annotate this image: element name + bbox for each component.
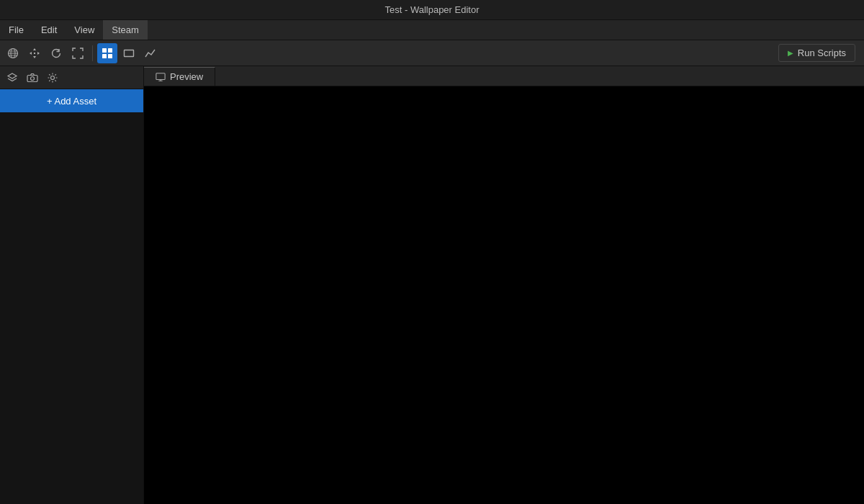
toolbar-separator-1 xyxy=(92,45,93,61)
asset-list xyxy=(0,112,143,504)
svg-point-14 xyxy=(51,76,55,79)
menu-steam[interactable]: Steam xyxy=(103,20,148,40)
rect-icon xyxy=(123,48,135,59)
window-title: Test - Wallpaper Editor xyxy=(384,4,479,15)
tabs-bar: Preview xyxy=(144,66,864,86)
svg-rect-12 xyxy=(27,75,37,81)
svg-rect-15 xyxy=(156,73,165,79)
camera-button[interactable] xyxy=(23,68,42,87)
svg-rect-7 xyxy=(108,48,112,53)
play-icon: ▶ xyxy=(788,49,793,57)
expand-button[interactable] xyxy=(68,43,88,63)
right-panel: Preview xyxy=(144,66,864,504)
svg-marker-11 xyxy=(8,73,17,78)
menu-bar: File Edit View Steam xyxy=(0,20,864,40)
svg-rect-6 xyxy=(102,48,107,53)
tab-preview[interactable]: Preview xyxy=(144,67,215,86)
layers-button[interactable] xyxy=(3,68,22,87)
svg-point-13 xyxy=(31,76,35,80)
title-bar: Test - Wallpaper Editor xyxy=(0,0,864,20)
chart-view-button[interactable] xyxy=(140,43,161,63)
camera-icon xyxy=(27,72,38,84)
chart-icon xyxy=(145,48,156,59)
main-toolbar: ▶ Run Scripts xyxy=(0,40,864,66)
move-button[interactable] xyxy=(24,43,45,63)
run-scripts-label: Run Scripts xyxy=(798,48,846,58)
secondary-toolbar xyxy=(0,66,143,89)
globe-button[interactable] xyxy=(3,43,23,63)
menu-view[interactable]: View xyxy=(66,20,103,40)
layers-icon xyxy=(6,72,18,84)
tab-preview-label: Preview xyxy=(170,71,203,82)
svg-rect-10 xyxy=(125,50,134,56)
run-scripts-button[interactable]: ▶ Run Scripts xyxy=(778,44,855,62)
menu-file[interactable]: File xyxy=(0,20,32,40)
left-panel: + Add Asset xyxy=(0,66,144,504)
refresh-icon xyxy=(50,48,62,59)
monitor-icon xyxy=(156,72,166,82)
rect-view-button[interactable] xyxy=(119,43,139,63)
move-icon xyxy=(29,48,40,59)
grid-view-button[interactable] xyxy=(97,43,117,63)
grid-icon xyxy=(102,48,113,59)
svg-rect-8 xyxy=(102,54,107,58)
preview-canvas xyxy=(144,86,864,504)
refresh-button[interactable] xyxy=(46,43,66,63)
settings-button[interactable] xyxy=(43,68,62,87)
svg-rect-5 xyxy=(34,53,35,54)
gear-icon xyxy=(47,72,58,84)
expand-icon xyxy=(72,48,84,59)
svg-rect-9 xyxy=(108,54,112,58)
add-asset-button[interactable]: + Add Asset xyxy=(0,89,143,112)
main-layout: + Add Asset Preview xyxy=(0,66,864,504)
globe-icon xyxy=(7,48,19,59)
menu-edit[interactable]: Edit xyxy=(32,20,66,40)
